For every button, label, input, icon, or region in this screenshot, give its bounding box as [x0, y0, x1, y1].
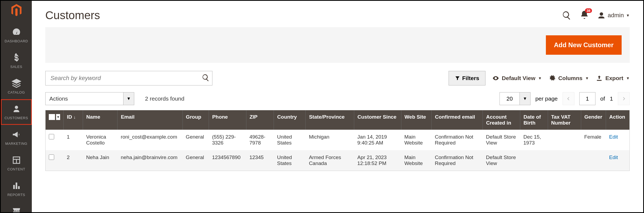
cell-dob	[520, 150, 548, 171]
col-checkbox[interactable]: ▼	[46, 110, 64, 130]
table-row[interactable]: 2Neha Jainneha.jain@brainvire.comGeneral…	[46, 150, 629, 171]
sidebar-label: CONTENT	[7, 167, 25, 171]
search-input[interactable]	[45, 71, 212, 85]
cell-tax	[548, 130, 581, 150]
table-row[interactable]: 1Veronica Costelloroni_cost@example.comG…	[46, 130, 629, 150]
sidebar-item-content[interactable]: CONTENT	[1, 150, 32, 176]
notification-badge: 38	[585, 8, 592, 13]
cell-confirmed: Confirmation Not Required	[432, 150, 483, 171]
edit-link: Edit	[609, 134, 618, 140]
header-actions: 38 admin ▼	[562, 10, 630, 21]
gear-icon	[549, 75, 556, 82]
magento-logo-icon[interactable]	[10, 4, 23, 17]
col-state[interactable]: State/Province	[306, 110, 354, 130]
customers-grid: ▼ ID ↓ Name Email Group Phone ZIP Countr…	[45, 110, 630, 171]
cell-email: neha.jain@brainvire.com	[118, 150, 182, 171]
cell-id: 1	[64, 130, 83, 150]
cell-state: Armed Forces Canada	[306, 150, 354, 171]
chevron-left-icon	[566, 97, 571, 101]
cell-created-in: Default Store View	[483, 130, 520, 150]
cell-action[interactable]: Edit	[606, 150, 629, 171]
customers-icon	[12, 104, 21, 114]
page-input[interactable]	[579, 92, 595, 105]
cell-website: Main Website	[401, 130, 432, 150]
user-label: admin	[608, 12, 624, 19]
col-dob[interactable]: Date of Birth	[520, 110, 548, 130]
col-country[interactable]: Country	[274, 110, 306, 130]
sidebar: DASHBOARD $ SALES CATALOG CUSTOMERS MARK…	[1, 1, 32, 212]
sidebar-item-marketing[interactable]: MARKETING	[1, 125, 32, 150]
cell-since: Apr 21, 2023 12:18:52 PM	[354, 150, 401, 171]
sidebar-label: CUSTOMERS	[5, 116, 28, 120]
svg-text:$: $	[14, 53, 19, 62]
col-website[interactable]: Web Site	[401, 110, 432, 130]
sidebar-label: REPORTS	[7, 193, 25, 197]
filters-button[interactable]: Filters	[449, 71, 485, 85]
col-id[interactable]: ID ↓	[64, 110, 83, 130]
cell-gender	[581, 150, 606, 171]
export-selector[interactable]: Export ▼	[596, 75, 630, 82]
row-checkbox[interactable]	[46, 150, 64, 171]
chevron-down-icon[interactable]: ▼	[56, 114, 60, 120]
cell-phone: 1234567890	[209, 150, 246, 171]
stores-icon	[12, 207, 21, 213]
view-selector[interactable]: Default View ▼	[492, 75, 542, 82]
cell-action[interactable]: Edit	[606, 130, 629, 150]
search-button[interactable]	[202, 74, 210, 83]
col-phone[interactable]: Phone	[209, 110, 246, 130]
row-checkbox[interactable]	[46, 130, 64, 150]
search-icon[interactable]	[562, 11, 571, 20]
col-action[interactable]: Action	[606, 110, 629, 130]
add-new-customer-button[interactable]: Add New Customer	[546, 35, 622, 55]
cell-created-in: Default Store View	[483, 150, 520, 171]
col-zip[interactable]: ZIP	[246, 110, 274, 130]
header: Customers 38 admin ▼	[32, 1, 643, 27]
search-wrap	[45, 71, 212, 85]
toolbar-right: Filters Default View ▼ Columns ▼ Export …	[449, 71, 630, 85]
sidebar-label: SALES	[10, 65, 22, 69]
sidebar-item-dashboard[interactable]: DASHBOARD	[1, 22, 32, 48]
actions-dropdown[interactable]: Actions ▼	[45, 92, 134, 105]
cell-state: Michigan	[306, 130, 354, 150]
sidebar-label: DASHBOARD	[5, 39, 28, 43]
search-icon	[202, 74, 210, 82]
dashboard-icon	[12, 27, 21, 37]
col-confirmed[interactable]: Confirmed email	[432, 110, 483, 130]
col-tax[interactable]: Tax VAT Number	[548, 110, 581, 130]
chevron-down-icon: ▼	[585, 76, 589, 80]
eye-icon	[492, 75, 499, 82]
reports-icon	[12, 181, 21, 191]
cell-name: Neha Jain	[83, 150, 118, 171]
chevron-down-icon[interactable]: ▼	[520, 92, 531, 105]
sidebar-item-customers[interactable]: CUSTOMERS	[1, 99, 32, 125]
cell-country: United States	[274, 130, 306, 150]
columns-selector[interactable]: Columns ▼	[549, 75, 589, 82]
page-total: 1	[610, 95, 613, 102]
chevron-down-icon: ▼	[626, 76, 630, 80]
sidebar-item-stores[interactable]: STORES	[1, 202, 32, 213]
col-email[interactable]: Email	[118, 110, 182, 130]
cell-zip: 49628-7978	[246, 130, 274, 150]
col-created-in[interactable]: Account Created in	[483, 110, 520, 130]
edit-link: Edit	[609, 154, 618, 160]
records-count: 2 records found	[145, 95, 184, 102]
next-page-button[interactable]	[618, 92, 630, 105]
sidebar-item-sales[interactable]: $ SALES	[1, 48, 32, 74]
sidebar-item-reports[interactable]: REPORTS	[1, 176, 32, 202]
page-size-select[interactable]: 20 ▼	[500, 92, 531, 105]
cell-email: roni_cost@example.com	[118, 130, 182, 150]
user-menu[interactable]: admin ▼	[597, 11, 630, 19]
sidebar-label: MARKETING	[5, 142, 27, 146]
cell-id: 2	[64, 150, 83, 171]
page-title: Customers	[45, 9, 100, 22]
col-name[interactable]: Name	[83, 110, 118, 130]
prev-page-button[interactable]	[563, 92, 574, 105]
col-group[interactable]: Group	[182, 110, 209, 130]
col-since[interactable]: Customer Since	[354, 110, 401, 130]
notifications-button[interactable]: 38	[580, 10, 589, 21]
cell-dob: Dec 15, 1973	[520, 130, 548, 150]
cell-confirmed: Confirmation Not Required	[432, 130, 483, 150]
chevron-down-icon[interactable]: ▼	[123, 92, 134, 105]
sidebar-item-catalog[interactable]: CATALOG	[1, 74, 32, 99]
col-gender[interactable]: Gender	[581, 110, 606, 130]
